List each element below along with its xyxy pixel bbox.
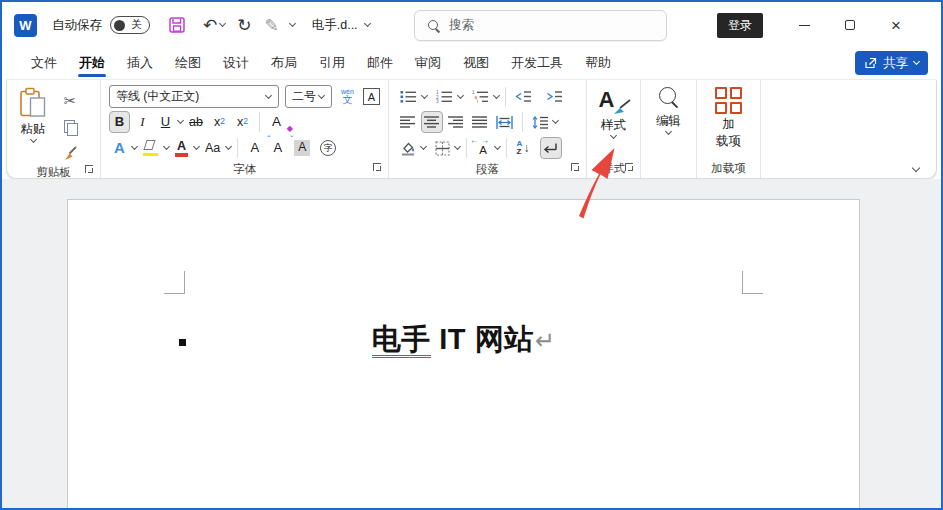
- tab-insert[interactable]: 插入: [116, 48, 164, 78]
- tab-developer[interactable]: 开发工具: [500, 48, 574, 78]
- tab-view[interactable]: 视图: [452, 48, 500, 78]
- change-case-button[interactable]: Aa: [201, 137, 224, 159]
- clear-formatting-button[interactable]: A ◆: [266, 111, 287, 133]
- enclose-characters-button[interactable]: 字: [316, 137, 340, 159]
- tab-draw[interactable]: 绘图: [164, 48, 212, 78]
- document-page[interactable]: 电手 IT 网站↵: [67, 199, 860, 510]
- customize-quick-access-button[interactable]: [290, 24, 295, 26]
- font-color-icon: A: [175, 140, 188, 157]
- paragraph-dialog-launcher-icon[interactable]: [570, 162, 581, 173]
- grow-font-button[interactable]: A ˆ: [244, 137, 265, 159]
- chevron-down-icon[interactable]: [454, 143, 461, 150]
- copy-button[interactable]: [60, 116, 80, 138]
- italic-button[interactable]: I: [132, 111, 153, 133]
- styles-group-label: 样式: [602, 161, 625, 176]
- document-heading[interactable]: 电手 IT 网站↵: [68, 320, 859, 360]
- quill-pen-icon: ✎: [265, 17, 279, 34]
- subscript-button[interactable]: x2: [209, 111, 230, 133]
- highlight-color-button[interactable]: [139, 137, 162, 159]
- editing-button[interactable]: 编辑: [641, 80, 696, 134]
- ribbon-empty-area: [761, 80, 936, 178]
- cut-button[interactable]: ✂: [60, 89, 80, 111]
- align-left-button[interactable]: [397, 111, 419, 133]
- save-icon: [168, 16, 186, 34]
- font-size-combobox[interactable]: 二号: [285, 85, 332, 108]
- paste-button[interactable]: 粘贴: [7, 87, 59, 165]
- font-color-button[interactable]: A: [171, 137, 192, 159]
- show-hide-marks-button[interactable]: [540, 137, 562, 159]
- bullet-list-button[interactable]: [397, 86, 420, 108]
- chevron-down-icon[interactable]: [457, 91, 464, 98]
- word-app-icon[interactable]: W: [14, 14, 37, 37]
- minimize-button[interactable]: [781, 2, 827, 48]
- styles-dialog-launcher-icon[interactable]: [624, 162, 635, 173]
- numbered-list-button[interactable]: 1 2 3: [433, 86, 456, 108]
- document-title[interactable]: 电手.d...: [312, 17, 370, 34]
- tab-help[interactable]: 帮助: [574, 48, 622, 78]
- undo-button[interactable]: ↶: [203, 17, 225, 34]
- chevron-down-icon[interactable]: [177, 117, 184, 124]
- font-name-combobox[interactable]: 等线 (中文正文): [109, 85, 279, 108]
- text-effects-button[interactable]: A: [109, 137, 130, 159]
- tab-design[interactable]: 设计: [212, 48, 260, 78]
- strikethrough-button[interactable]: ab: [185, 111, 207, 133]
- clear-formatting-icon: A: [272, 114, 281, 130]
- align-center-button[interactable]: [421, 111, 443, 133]
- tab-layout[interactable]: 布局: [260, 48, 308, 78]
- clipboard-dialog-launcher-icon[interactable]: [84, 164, 95, 175]
- chevron-down-icon: [913, 58, 920, 65]
- search-placeholder: 搜索: [449, 17, 474, 34]
- tab-home[interactable]: 开始: [68, 48, 116, 78]
- shading-bucket-icon: [400, 141, 416, 156]
- collapse-ribbon-button[interactable]: [912, 164, 920, 172]
- chevron-down-icon[interactable]: [421, 91, 428, 98]
- justify-button[interactable]: [469, 111, 491, 133]
- shading-button[interactable]: [397, 137, 419, 159]
- increase-indent-button[interactable]: [543, 86, 566, 108]
- underline-button[interactable]: U: [155, 111, 176, 133]
- asian-layout-button[interactable]: ←→ A: [473, 137, 493, 159]
- close-button[interactable]: ×: [873, 2, 919, 48]
- chevron-down-icon[interactable]: [225, 143, 232, 150]
- tab-review[interactable]: 审阅: [404, 48, 452, 78]
- editing-group: 编辑: [641, 80, 697, 178]
- chevron-down-icon[interactable]: [163, 143, 170, 150]
- login-button[interactable]: 登录: [717, 13, 763, 38]
- redo-button[interactable]: ↻: [237, 17, 251, 34]
- search-input[interactable]: 搜索: [414, 10, 667, 41]
- chevron-down-icon[interactable]: [552, 117, 559, 124]
- chevron-down-icon[interactable]: [494, 143, 501, 150]
- borders-button[interactable]: [432, 137, 453, 159]
- draw-pen-button[interactable]: ✎: [265, 17, 279, 34]
- decrease-indent-button[interactable]: [512, 86, 535, 108]
- line-spacing-button[interactable]: [529, 111, 551, 133]
- chevron-down-icon[interactable]: [131, 143, 138, 150]
- chevron-down-icon: [318, 91, 325, 98]
- multilevel-list-button[interactable]: 1 a i: [469, 86, 492, 108]
- distribute-text-button[interactable]: [493, 111, 516, 133]
- save-button[interactable]: [168, 16, 186, 34]
- paragraph-group: 1 2 3 1 a i: [389, 80, 587, 178]
- tab-mailings[interactable]: 邮件: [356, 48, 404, 78]
- character-border-button[interactable]: A: [363, 88, 380, 105]
- tab-file[interactable]: 文件: [20, 48, 68, 78]
- shrink-font-button[interactable]: A ˇ: [267, 137, 288, 159]
- addins-button[interactable]: 加 载项: [697, 80, 760, 150]
- font-dialog-launcher-icon[interactable]: [372, 162, 383, 173]
- chevron-down-icon[interactable]: [420, 143, 427, 150]
- tab-references[interactable]: 引用: [308, 48, 356, 78]
- chevron-down-icon[interactable]: [493, 91, 500, 98]
- phonetic-guide-button[interactable]: wén 文: [341, 88, 354, 105]
- maximize-button[interactable]: [827, 2, 873, 48]
- format-painter-button[interactable]: [59, 143, 81, 165]
- share-button[interactable]: 共享: [855, 51, 928, 75]
- bold-button[interactable]: B: [109, 111, 130, 133]
- character-shading-button[interactable]: A: [290, 137, 314, 159]
- superscript-button[interactable]: x2: [232, 111, 253, 133]
- maximize-icon: [845, 20, 855, 30]
- styles-button[interactable]: A 样式: [587, 80, 640, 138]
- align-right-button[interactable]: [445, 111, 467, 133]
- chevron-down-icon[interactable]: [193, 143, 200, 150]
- autosave-toggle[interactable]: 关: [110, 16, 150, 34]
- sort-button[interactable]: A Z ↓: [513, 137, 533, 159]
